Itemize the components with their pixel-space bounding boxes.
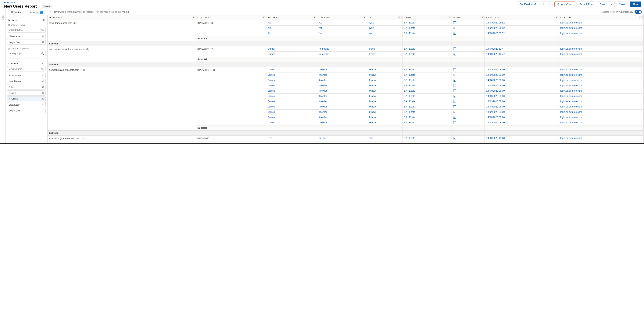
preview-toggle[interactable]: ✓ <box>634 10 642 14</box>
cell-profile[interactable]: SA - Ebsta <box>402 136 452 141</box>
column-header[interactable]: Last Login↓▼ <box>485 15 559 20</box>
column-menu-button[interactable]: ▼ <box>313 16 316 19</box>
column-menu-button[interactable]: ▼ <box>554 16 558 19</box>
cell-alias[interactable]: JKnow <box>367 99 402 104</box>
cell-first-name[interactable]: James <box>266 94 317 99</box>
cell-first-name[interactable]: Alp <box>266 25 317 31</box>
fields-panel-toggle[interactable]: › Fields <box>0 9 6 143</box>
cell-alias[interactable]: JKnow <box>367 120 402 125</box>
cell-profile[interactable]: SA - Ebsta <box>402 115 452 120</box>
column-header[interactable]: Profile▼ <box>402 15 452 20</box>
cell-last-name[interactable]: Collins <box>317 136 367 141</box>
cell-alias[interactable]: dreme <box>367 52 402 57</box>
cell-login-url[interactable]: login.salesforce.com <box>559 88 644 94</box>
cell-first-name[interactable]: Alp <box>266 20 317 25</box>
close-icon[interactable]: ✕ <box>42 97 44 100</box>
column-header[interactable]: Username↑▼ <box>48 15 196 20</box>
cell-alias[interactable]: dreme <box>367 46 402 52</box>
cell-profile[interactable]: SA - Ebsta <box>402 110 452 115</box>
cell-login-url[interactable]: login.salesforce.com <box>559 20 644 25</box>
column-menu-button[interactable]: ▼ <box>262 16 265 19</box>
cell-alias[interactable]: ayaz <box>367 20 402 25</box>
cell-first-name[interactable]: Eve <box>266 136 317 141</box>
column-chip[interactable]: Last Name✕ <box>7 79 46 84</box>
cell-profile[interactable]: SA - Ebsta <box>402 83 452 88</box>
column-header[interactable]: Login URL▼ <box>559 15 644 20</box>
cell-last-name[interactable]: Knowles <box>317 83 367 88</box>
column-header[interactable]: First Name▼ <box>266 15 317 20</box>
save-run-button[interactable]: Save & Run <box>576 1 595 7</box>
cell-first-name[interactable]: James <box>266 78 317 83</box>
cell-login-url[interactable]: login.salesforce.com <box>559 110 644 115</box>
column-menu-button[interactable]: ▼ <box>192 16 195 19</box>
cell-first-name[interactable]: James <box>266 88 317 94</box>
cell-alias[interactable]: JKnow <box>367 88 402 94</box>
cell-profile[interactable]: SA - Ebsta <box>402 46 452 52</box>
cell-login-url[interactable]: login.salesforce.com <box>559 52 644 57</box>
pencil-icon[interactable]: ✎ <box>38 5 40 8</box>
cell-login-url[interactable]: login.salesforce.com <box>559 115 644 120</box>
cell-profile[interactable]: SA - Ebsta <box>402 94 452 99</box>
cell-login-url[interactable]: login.salesforce.com <box>559 78 644 83</box>
cell-profile[interactable]: SA - Ebsta <box>402 20 452 25</box>
cell-first-name[interactable]: James <box>266 67 317 72</box>
add-chart-button[interactable]: Add Chart <box>554 1 575 7</box>
column-header[interactable]: Last Name▼ <box>317 15 367 20</box>
cell-first-name[interactable]: James <box>266 83 317 88</box>
close-button[interactable]: Close <box>616 1 628 7</box>
report-type-pill[interactable]: Users <box>42 5 52 8</box>
cell-login-url[interactable]: login.salesforce.com <box>559 94 644 99</box>
cell-login-url[interactable]: login.salesforce.com <box>559 136 644 141</box>
cell-last-name[interactable]: Knowles <box>317 88 367 94</box>
cell-profile[interactable]: SA - Ebsta <box>402 99 452 104</box>
tab-outline[interactable]: ☰ Outline <box>6 9 26 16</box>
cell-last-name[interactable]: Knowles <box>317 78 367 83</box>
cell-last-name[interactable]: Remedios <box>317 46 367 52</box>
cell-first-name[interactable]: James <box>266 104 317 110</box>
cell-last-name[interactable]: Knowles <box>317 110 367 115</box>
cell-first-name[interactable]: Alp <box>266 31 317 36</box>
undo-button[interactable]: ↶ <box>540 1 547 7</box>
cell-first-name[interactable]: James <box>266 99 317 104</box>
cell-profile[interactable]: SA - Ebsta <box>402 52 452 57</box>
close-icon[interactable]: ✕ <box>42 92 44 94</box>
close-icon[interactable]: ✕ <box>42 35 44 38</box>
column-header[interactable]: Login Date↑▼ <box>196 15 266 20</box>
close-icon[interactable]: ✕ <box>42 41 44 43</box>
column-menu-button[interactable]: ▼ <box>480 16 484 19</box>
cell-last-name[interactable]: Knowles <box>317 72 367 78</box>
cell-last-name[interactable]: Yaz <box>317 31 367 36</box>
column-chip[interactable]: Login URL✕ <box>7 108 46 113</box>
close-icon[interactable]: ✕ <box>42 80 44 83</box>
redo-button[interactable]: ↷ <box>547 1 553 7</box>
cell-last-name[interactable]: Knowles <box>317 67 367 72</box>
column-menu-button[interactable]: ▼ <box>398 16 402 19</box>
cell-login-url[interactable]: login.salesforce.com <box>559 72 644 78</box>
cell-alias[interactable]: JKnow <box>367 83 402 88</box>
trash-icon[interactable]: 🗑 <box>42 19 45 22</box>
save-dropdown-button[interactable]: ▼ <box>608 1 615 7</box>
cell-login-url[interactable]: login.salesforce.com <box>559 99 644 104</box>
cell-profile[interactable]: SA - Ebsta <box>402 88 452 94</box>
cell-alias[interactable]: JKnow <box>367 78 402 83</box>
save-button[interactable]: Save <box>597 1 608 7</box>
column-header[interactable]: Alias▼ <box>367 15 402 20</box>
column-chip[interactable]: Profile✕ <box>7 90 46 95</box>
group-rows-input[interactable] <box>7 27 46 32</box>
cell-first-name[interactable]: Daniel <box>266 52 317 57</box>
group-cols-input[interactable] <box>7 51 46 56</box>
column-menu-button[interactable]: ▼ <box>640 16 643 19</box>
add-column-input[interactable] <box>7 66 46 72</box>
column-menu-button[interactable]: ▼ <box>448 16 451 19</box>
cell-alias[interactable]: JKnow <box>367 94 402 99</box>
cell-first-name[interactable]: James <box>266 72 317 78</box>
column-chip[interactable]: Last Login✕ <box>7 102 46 107</box>
cell-last-name[interactable]: Knowles <box>317 115 367 120</box>
cell-last-name[interactable]: Knowles <box>317 94 367 99</box>
cell-alias[interactable]: ecoll <box>367 136 402 141</box>
cell-alias[interactable]: ayaz <box>367 31 402 36</box>
cell-first-name[interactable]: James <box>266 120 317 125</box>
cell-profile[interactable]: SA - Ebsta <box>402 78 452 83</box>
cell-alias[interactable]: JKnow <box>367 67 402 72</box>
cell-profile[interactable]: SA - Ebsta <box>402 104 452 110</box>
